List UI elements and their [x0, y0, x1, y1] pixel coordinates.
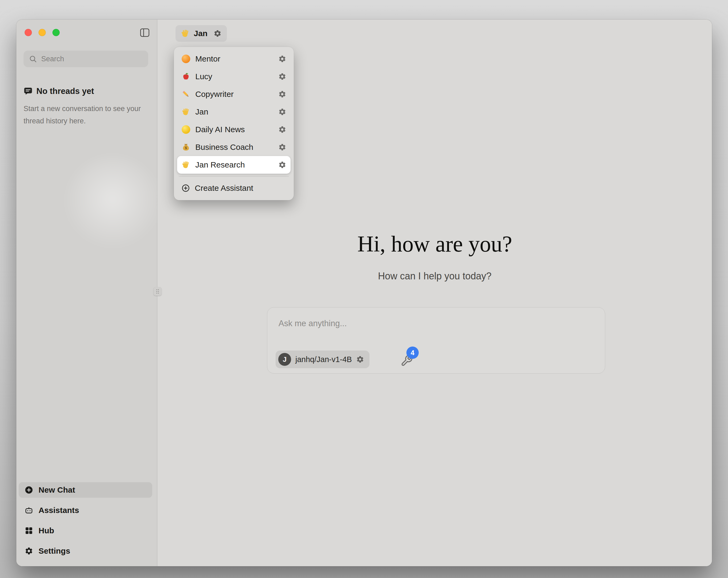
orange-circle-icon	[181, 54, 190, 64]
sidebar: No threads yet Start a new conversation …	[16, 20, 157, 566]
grip-dots-icon	[156, 289, 159, 294]
waving-hand-icon	[181, 29, 190, 38]
assistant-menu-item-daily-ai-news[interactable]: Daily AI News	[177, 121, 290, 139]
create-assistant-button[interactable]: Create Assistant	[177, 179, 290, 197]
sidebar-resize-handle[interactable]	[154, 287, 162, 296]
sidebar-item-settings[interactable]: Settings	[19, 543, 152, 559]
sidebar-item-label: New Chat	[38, 485, 75, 495]
hub-icon	[25, 526, 33, 535]
assistant-menu-item-jan-research[interactable]: Jan Research	[177, 156, 290, 174]
assistant-menu-item-copywriter[interactable]: Copywriter	[177, 85, 290, 103]
chat-composer[interactable]: J janhq/Jan-v1-4B 4	[267, 307, 605, 374]
assistant-label: Jan	[195, 107, 274, 117]
sidebar-item-label: Settings	[38, 547, 70, 555]
plus-circle-icon	[25, 486, 33, 494]
assistant-selector[interactable]: Jan	[176, 25, 227, 42]
minimize-button[interactable]	[38, 29, 46, 36]
assistants-icon	[25, 506, 33, 514]
search-icon	[29, 55, 37, 63]
circle-plus-icon	[181, 184, 190, 193]
apple-icon	[181, 72, 190, 81]
sidebar-item-new-chat[interactable]: New Chat	[19, 482, 152, 498]
gear-icon[interactable]	[278, 126, 286, 133]
gear-icon[interactable]	[278, 90, 286, 98]
gear-icon[interactable]	[278, 143, 286, 151]
assistant-label: Daily AI News	[195, 125, 274, 134]
sidebar-item-hub[interactable]: Hub	[19, 523, 152, 538]
create-assistant-label: Create Assistant	[195, 183, 253, 193]
empty-title: No threads yet	[36, 86, 94, 96]
waving-hand-icon	[181, 107, 190, 117]
app-window: No threads yet Start a new conversation …	[16, 20, 712, 566]
window-controls	[25, 29, 60, 36]
assistant-dropdown-menu: Mentor Lucy	[174, 47, 294, 200]
greeting-subtitle: How can I help you today?	[158, 271, 712, 282]
waving-hand-icon	[181, 160, 190, 169]
sidebar-item-label: Assistants	[38, 506, 79, 515]
empty-state: No threads yet Start a new conversation …	[24, 86, 147, 127]
menu-separator	[179, 176, 289, 177]
gear-icon[interactable]	[278, 108, 286, 116]
assistant-label: Business Coach	[195, 143, 274, 152]
model-avatar: J	[278, 353, 291, 366]
chat-bubble-icon	[24, 87, 33, 96]
tools-count-badge: 4	[407, 347, 419, 359]
model-selector[interactable]: J janhq/Jan-v1-4B	[276, 351, 369, 368]
assistant-menu-item-mentor[interactable]: Mentor	[177, 50, 290, 68]
pencil-icon	[181, 90, 190, 99]
zoom-button[interactable]	[52, 29, 60, 36]
search-field[interactable]	[24, 51, 148, 67]
assistant-label: Copywriter	[195, 90, 274, 99]
tools-button[interactable]: 4	[400, 351, 419, 370]
close-button[interactable]	[25, 29, 32, 36]
greeting-title: Hi, how are you?	[158, 231, 712, 257]
current-assistant-name: Jan	[194, 29, 208, 38]
gear-icon[interactable]	[278, 161, 286, 169]
gear-icon[interactable]	[278, 73, 286, 80]
model-name: janhq/Jan-v1-4B	[295, 355, 352, 364]
assistant-menu-item-jan[interactable]: Jan	[177, 103, 290, 121]
sidebar-nav: New Chat Assistants Hub	[19, 482, 152, 559]
assistant-menu-item-lucy[interactable]: Lucy	[177, 68, 290, 85]
svg-text:$: $	[185, 146, 187, 150]
assistant-label: Mentor	[195, 54, 274, 64]
sidebar-glow	[64, 156, 161, 252]
gear-icon[interactable]	[278, 55, 286, 63]
search-input[interactable]	[41, 55, 143, 63]
sidebar-item-label: Hub	[38, 526, 54, 535]
gear-icon[interactable]	[356, 355, 364, 363]
gear-icon	[25, 547, 33, 555]
yellow-circle-icon	[181, 125, 190, 134]
sidebar-item-assistants[interactable]: Assistants	[19, 503, 152, 518]
message-input[interactable]	[279, 316, 586, 331]
assistant-menu-item-business-coach[interactable]: $ Business Coach	[177, 139, 290, 156]
empty-body: Start a new conversation to see your thr…	[24, 102, 141, 127]
sidebar-toggle-icon[interactable]	[140, 28, 150, 38]
money-bag-icon: $	[181, 143, 190, 152]
gear-icon[interactable]	[213, 29, 222, 37]
assistant-label: Lucy	[195, 72, 274, 81]
assistant-label: Jan Research	[195, 160, 274, 169]
